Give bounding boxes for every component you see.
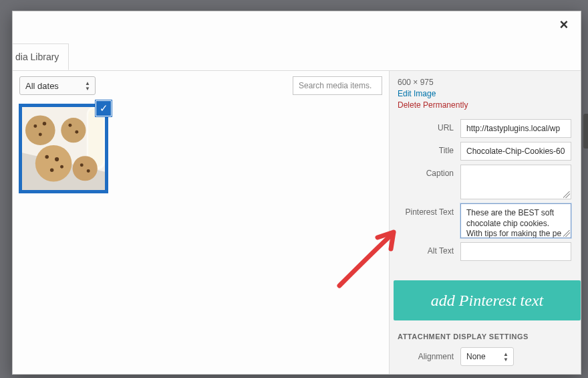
svg-point-11: [68, 124, 71, 127]
svg-point-18: [87, 169, 90, 173]
thumbnail-grid: ✓: [19, 104, 382, 374]
svg-point-16: [60, 165, 63, 169]
svg-point-5: [61, 118, 86, 143]
modal-header-divider: [13, 41, 581, 71]
background-edge: [583, 114, 588, 149]
alt-text-label: Alt Text: [398, 242, 454, 256]
pinterest-text-field[interactable]: These are the BEST soft chocolate chip c…: [460, 203, 571, 238]
resize-handle-icon[interactable]: [563, 191, 570, 198]
media-thumbnail-selected[interactable]: ✓: [19, 104, 108, 193]
title-field[interactable]: Chocolate-Chip-Cookies-60: [460, 142, 571, 161]
url-field[interactable]: http://tastyplugins.local/wp: [460, 119, 571, 138]
svg-point-8: [33, 124, 37, 128]
svg-point-7: [73, 156, 98, 181]
svg-point-6: [35, 145, 72, 182]
alt-text-field[interactable]: [460, 242, 571, 261]
caption-label: Caption: [398, 165, 454, 178]
annotation-callout-text: add Pinterest text: [431, 292, 543, 310]
svg-point-9: [43, 122, 46, 125]
alignment-label: Alignment: [398, 352, 454, 361]
svg-point-15: [50, 169, 53, 172]
svg-point-13: [45, 155, 48, 159]
media-browser-pane: All dates ▲▼ Search media items.: [13, 71, 389, 374]
caption-field[interactable]: [460, 165, 571, 199]
svg-point-12: [75, 130, 78, 134]
media-modal: × dia Library All dates ▲▼ Search media …: [12, 11, 581, 375]
date-filter-select[interactable]: All dates ▲▼: [19, 76, 96, 95]
url-label: URL: [398, 119, 454, 132]
cookie-image: [22, 107, 105, 190]
svg-point-14: [55, 157, 59, 161]
attachment-display-settings-header: ATTACHMENT DISPLAY SETTINGS: [398, 333, 571, 341]
title-label: Title: [398, 142, 454, 155]
search-placeholder: Search media items.: [299, 81, 372, 90]
tab-label: dia Library: [15, 52, 59, 62]
date-filter-value: All dates: [25, 81, 59, 91]
attachment-details-pane: 600 × 975 Edit Image Delete Permanently …: [389, 71, 581, 374]
svg-point-10: [39, 132, 42, 136]
close-icon[interactable]: ×: [557, 17, 571, 32]
check-icon[interactable]: ✓: [96, 100, 112, 116]
pinterest-text-value: These are the BEST soft chocolate chip c…: [466, 208, 561, 238]
alignment-value: None: [466, 352, 486, 361]
edit-image-link[interactable]: Edit Image: [398, 89, 571, 98]
tab-media-library[interactable]: dia Library: [13, 43, 69, 70]
url-value: http://tastyplugins.local/wp: [466, 124, 560, 133]
search-input[interactable]: Search media items.: [293, 76, 382, 95]
title-value: Chocolate-Chip-Cookies-60: [466, 147, 565, 156]
svg-point-17: [80, 163, 84, 167]
delete-permanently-link[interactable]: Delete Permanently: [398, 100, 571, 110]
pinterest-text-label: Pinterest Text: [398, 203, 454, 217]
resize-handle-icon[interactable]: [563, 230, 570, 237]
svg-point-4: [25, 115, 55, 145]
chevron-updown-icon: ▲▼: [83, 80, 92, 92]
annotation-callout: add Pinterest text: [394, 280, 581, 320]
chevron-updown-icon: ▲▼: [501, 351, 510, 363]
image-dimensions: 600 × 975: [398, 78, 571, 87]
alignment-select[interactable]: None ▲▼: [460, 347, 514, 366]
filter-bar: All dates ▲▼ Search media items.: [13, 71, 389, 102]
